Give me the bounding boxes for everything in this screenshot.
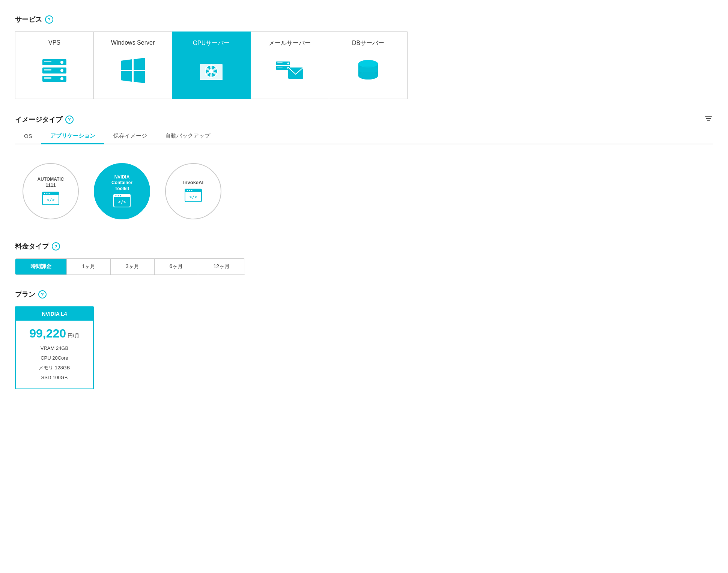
- service-card-windows[interactable]: Windows Server: [93, 32, 172, 99]
- service-card-mail[interactable]: メールサーバー: [250, 32, 329, 99]
- plan-price-unit: 円/月: [68, 333, 80, 339]
- svg-point-17: [210, 64, 212, 69]
- service-section-label: サービス ?: [15, 15, 713, 24]
- service-card-windows-label: Windows Server: [111, 39, 155, 46]
- svg-text:</>: </>: [47, 197, 55, 202]
- svg-point-55: [187, 190, 188, 191]
- svg-point-45: [49, 193, 50, 194]
- image-type-header: イメージタイプ ?: [15, 114, 713, 125]
- pricing-tab-3month[interactable]: 3ヶ月: [111, 259, 155, 274]
- service-card-mail-label: メールサーバー: [269, 39, 311, 47]
- filter-icon[interactable]: [704, 114, 713, 125]
- svg-marker-10: [134, 58, 145, 70]
- server-icon: [39, 50, 69, 91]
- service-label: サービス: [15, 15, 42, 24]
- plan-spec-vram: VRAM 24GB: [20, 344, 89, 353]
- image-circle-automatic[interactable]: AUTOMATIC1111 </>: [23, 163, 79, 219]
- plan-card-nvidia-l4[interactable]: NVIDIA L4 99,220 円/月 VRAM 24GB CPU 20Cor…: [15, 306, 94, 389]
- image-circles-row: AUTOMATIC1111 </> NVIDIAContainerToolkit: [15, 156, 713, 231]
- image-circle-invoke[interactable]: InvokeAI </>: [165, 163, 221, 219]
- automatic-code-icon: </>: [41, 191, 60, 206]
- plan-spec-memory: メモリ 128GB: [20, 363, 89, 373]
- svg-rect-39: [706, 118, 711, 119]
- service-card-vps[interactable]: VPS: [15, 32, 94, 99]
- plan-section: プラン ? NVIDIA L4 99,220 円/月 VRAM 24GB CPU…: [15, 290, 713, 389]
- image-type-label: イメージタイプ ?: [15, 115, 74, 124]
- pricing-tab-12month[interactable]: 12ヶ月: [198, 259, 245, 274]
- svg-rect-27: [277, 62, 283, 63]
- svg-rect-14: [200, 79, 223, 80]
- svg-rect-2: [44, 61, 51, 62]
- mail-icon: [275, 51, 305, 91]
- tab-os[interactable]: OS: [15, 129, 41, 144]
- svg-marker-12: [134, 71, 145, 83]
- pricing-tabs-row: 時間課金 1ヶ月 3ヶ月 6ヶ月 12ヶ月: [15, 258, 245, 275]
- service-cards-row: VPS Windows Server: [15, 32, 713, 99]
- service-card-db[interactable]: DBサーバー: [329, 32, 408, 99]
- pricing-help-icon[interactable]: ?: [52, 242, 60, 250]
- image-nvidia-label: NVIDIAContainerToolkit: [111, 174, 132, 192]
- pricing-tab-hourly[interactable]: 時間課金: [15, 259, 67, 274]
- svg-point-49: [116, 195, 117, 196]
- windows-icon: [118, 50, 148, 91]
- pricing-tab-6month[interactable]: 6ヶ月: [155, 259, 199, 274]
- image-type-title: イメージタイプ: [15, 115, 62, 124]
- svg-point-44: [47, 193, 48, 194]
- image-type-tabs: OS アプリケーション 保存イメージ 自動バックアップ: [15, 129, 713, 144]
- svg-point-43: [44, 193, 45, 194]
- svg-point-50: [118, 195, 119, 196]
- pricing-section-label: 料金タイプ ?: [15, 242, 713, 251]
- db-icon: [353, 51, 383, 91]
- svg-point-57: [191, 190, 193, 191]
- image-type-header-left: イメージタイプ ?: [15, 115, 74, 124]
- svg-text:</>: </>: [189, 194, 197, 200]
- gpu-icon: [196, 51, 226, 91]
- service-card-db-label: DBサーバー: [352, 39, 384, 47]
- service-card-gpu[interactable]: GPUサーバー: [172, 32, 251, 99]
- plan-card-header: NVIDIA L4: [16, 307, 93, 321]
- tab-saved-image[interactable]: 保存イメージ: [104, 129, 156, 144]
- invoke-code-icon: </>: [184, 188, 203, 203]
- pricing-label: 料金タイプ: [15, 242, 49, 251]
- image-invoke-label: InvokeAI: [183, 180, 203, 186]
- service-card-vps-label: VPS: [48, 39, 60, 46]
- svg-marker-11: [121, 71, 132, 82]
- svg-text:</>: </>: [118, 200, 126, 205]
- service-card-gpu-label: GPUサーバー: [193, 39, 230, 47]
- nvidia-code-icon: </>: [113, 193, 131, 208]
- plan-card-body: 99,220 円/月 VRAM 24GB CPU 20Core メモリ 128G…: [16, 321, 93, 388]
- svg-rect-38: [705, 116, 712, 117]
- service-help-icon[interactable]: ?: [45, 15, 53, 24]
- svg-rect-40: [707, 120, 710, 121]
- plan-price-row: 99,220 円/月: [20, 327, 89, 340]
- plan-label: プラン: [15, 290, 35, 299]
- svg-point-20: [210, 73, 212, 78]
- plan-price-value: 99,220: [29, 327, 66, 340]
- svg-point-37: [358, 72, 378, 80]
- image-circle-nvidia[interactable]: NVIDIAContainerToolkit </>: [94, 163, 150, 219]
- svg-point-16: [209, 69, 214, 74]
- svg-rect-8: [44, 77, 51, 79]
- image-type-section: イメージタイプ ? OS アプリケーション 保存イメージ 自動バックアップ AU…: [15, 114, 713, 231]
- tab-auto-backup[interactable]: 自動バックアップ: [156, 129, 219, 144]
- svg-point-7: [60, 77, 63, 80]
- pricing-section: 料金タイプ ? 時間課金 1ヶ月 3ヶ月 6ヶ月 12ヶ月: [15, 242, 713, 275]
- svg-point-1: [60, 61, 63, 64]
- svg-rect-5: [44, 69, 51, 70]
- plan-section-label: プラン ?: [15, 290, 713, 299]
- svg-marker-9: [121, 59, 132, 70]
- svg-point-25: [287, 62, 289, 64]
- plan-help-icon[interactable]: ?: [38, 290, 47, 298]
- tab-application[interactable]: アプリケーション: [41, 129, 104, 144]
- plan-spec-cpu: CPU 20Core: [20, 353, 89, 363]
- image-type-help-icon[interactable]: ?: [65, 116, 74, 124]
- svg-point-4: [60, 69, 63, 72]
- image-automatic-label: AUTOMATIC1111: [38, 177, 64, 188]
- svg-point-56: [189, 190, 190, 191]
- plan-spec-ssd: SSD 100GB: [20, 373, 89, 382]
- plan-specs: VRAM 24GB CPU 20Core メモリ 128GB SSD 100GB: [20, 344, 89, 382]
- pricing-tab-1month[interactable]: 1ヶ月: [67, 259, 111, 274]
- svg-rect-28: [277, 67, 283, 68]
- svg-point-51: [120, 195, 121, 196]
